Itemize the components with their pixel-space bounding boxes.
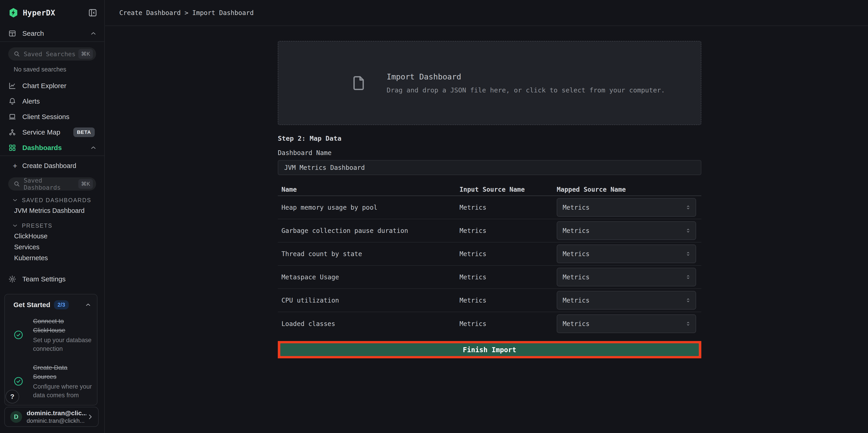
table-row: Garbage collection pause duration Metric… (278, 219, 701, 243)
topbar: Create Dashboard > Import Dashboard (105, 0, 868, 26)
finish-import-highlight: Finish Import (278, 341, 701, 358)
table-row: CPU utilization Metrics Metrics (278, 289, 701, 312)
sidebar-item-label: Alerts (22, 97, 40, 105)
preset-item-kubernetes[interactable]: Kubernetes (0, 252, 104, 264)
saved-dashboards-group[interactable]: SAVED DASHBOARDS (12, 195, 104, 205)
selected-value: Metrics (563, 204, 685, 211)
row-name: Loaded classes (278, 320, 460, 328)
mapped-source-select[interactable]: Metrics (557, 268, 696, 286)
file-icon (350, 72, 367, 94)
sidebar-item-alerts[interactable]: Alerts (0, 94, 104, 109)
table-row: Loaded classes Metrics Metrics (278, 312, 701, 335)
select-chevrons-icon (685, 204, 691, 211)
preset-label: ClickHouse (14, 233, 48, 240)
column-header-name: Name (278, 186, 460, 193)
sidebar-item-dashboards[interactable]: Dashboards (0, 140, 104, 155)
dropzone-subtitle: Drag and drop a JSON file here, or click… (386, 86, 665, 94)
row-name: CPU utilization (278, 297, 460, 304)
chevron-right-icon (86, 413, 94, 421)
dashboard-name-value: JVM Metrics Dashboard (284, 164, 365, 172)
create-dashboard-button[interactable]: + Create Dashboard (0, 158, 104, 173)
select-chevrons-icon (685, 250, 691, 257)
saved-searches-placeholder: Saved Searches (24, 51, 78, 58)
group-label-text: PRESETS (22, 222, 52, 229)
import-dashboard-page: Import Dashboard Drag and drop a JSON fi… (278, 41, 701, 358)
search-section-header[interactable]: Search (0, 26, 104, 41)
app-title: HyperDX (23, 8, 55, 17)
saved-dashboards-placeholder: Saved Dashboards (24, 177, 78, 191)
get-started-item-title: Create Data Sources (33, 364, 67, 380)
group-label-text: SAVED DASHBOARDS (22, 197, 91, 204)
mapped-source-select[interactable]: Metrics (557, 291, 696, 310)
finish-import-button[interactable]: Finish Import (280, 343, 699, 356)
saved-dashboards-input[interactable]: Saved Dashboards ⌘K (8, 177, 96, 190)
breadcrumb: Create Dashboard > Import Dashboard (119, 9, 254, 17)
table-row: Thread count by state Metrics Metrics (278, 243, 701, 266)
mapping-table: Name Input Source Name Mapped Source Nam… (278, 183, 701, 335)
sidebar-item-label: Client Sessions (22, 113, 69, 121)
sidebar-item-label: Chart Explorer (22, 82, 66, 90)
shortcut-badge: ⌘K (78, 49, 93, 59)
presets-group[interactable]: PRESETS (12, 221, 104, 230)
collapse-sidebar-icon[interactable] (88, 8, 97, 18)
saved-searches-input[interactable]: Saved Searches ⌘K (8, 48, 96, 61)
search-icon (13, 180, 21, 188)
row-name: Thread count by state (278, 250, 460, 258)
dashboard-name-input[interactable]: JVM Metrics Dashboard (278, 160, 701, 175)
mapped-source-select[interactable]: Metrics (557, 221, 696, 240)
mapped-source-select[interactable]: Metrics (557, 314, 696, 333)
chevron-down-icon (12, 197, 18, 203)
get-started-title: Get Started (13, 301, 50, 309)
saved-dashboard-item[interactable]: JVM Metrics Dashboard (0, 205, 104, 216)
chevron-down-icon (12, 222, 18, 229)
question-mark-icon: ? (10, 393, 14, 400)
get-started-item-add-data[interactable]: Add Data Start sending logs, metrics, or… (5, 405, 97, 405)
selected-value: Metrics (563, 297, 685, 304)
dashboards-icon (8, 144, 17, 152)
team-settings-button[interactable]: Team Settings (0, 271, 104, 287)
bell-icon (8, 97, 17, 105)
avatar: D (10, 411, 22, 423)
service-map-icon (8, 128, 17, 136)
search-icon (13, 50, 21, 58)
team-settings-label: Team Settings (22, 275, 66, 283)
chevron-up-icon[interactable] (85, 302, 92, 308)
sidebar: HyperDX Search Saved Searches ⌘K (0, 0, 105, 433)
shortcut-badge: ⌘K (78, 179, 93, 189)
chart-explorer-icon (8, 82, 17, 90)
row-input-source: Metrics (460, 204, 557, 211)
preset-item-clickhouse[interactable]: ClickHouse (0, 230, 104, 242)
import-dropzone[interactable]: Import Dashboard Drag and drop a JSON fi… (278, 41, 701, 125)
user-email: dominic.tran@clickh... (27, 417, 86, 424)
search-section-label: Search (22, 30, 44, 37)
select-chevrons-icon (685, 297, 691, 304)
selected-value: Metrics (563, 320, 685, 328)
get-started-item-subtitle: Set up your database connection (33, 336, 92, 353)
column-header-mapped-source: Mapped Source Name (557, 186, 701, 193)
select-chevrons-icon (685, 227, 691, 234)
mapped-source-select[interactable]: Metrics (557, 198, 696, 217)
user-menu[interactable]: D dominic.tran@clic... dominic.tran@clic… (4, 407, 99, 427)
plus-icon: + (13, 161, 17, 170)
dropzone-title: Import Dashboard (386, 72, 665, 81)
preset-item-services[interactable]: Services (0, 242, 104, 252)
sidebar-item-chart-explorer[interactable]: Chart Explorer (0, 78, 104, 94)
create-dashboard-label: Create Dashboard (22, 162, 76, 169)
mapped-source-select[interactable]: Metrics (557, 245, 696, 263)
divider (0, 41, 104, 42)
progress-badge: 2/3 (54, 300, 69, 309)
get-started-item-connect[interactable]: Connect to ClickHouse Set up your databa… (5, 312, 97, 358)
check-circle-icon (13, 330, 28, 340)
table-row: Metaspace Usage Metrics Metrics (278, 266, 701, 289)
search-section-icon (8, 29, 17, 37)
preset-label: Services (14, 243, 39, 251)
selected-value: Metrics (563, 227, 685, 235)
sidebar-item-service-map[interactable]: Service Map BETA (0, 125, 104, 140)
main-area: Create Dashboard > Import Dashboard Impo… (105, 0, 868, 358)
help-button[interactable]: ? (5, 390, 19, 403)
select-chevrons-icon (685, 274, 691, 280)
sidebar-nav: Chart Explorer Alerts Client Sessions (0, 78, 104, 155)
sidebar-item-client-sessions[interactable]: Client Sessions (0, 109, 104, 125)
get-started-panel: Get Started 2/3 Connect to ClickHouse Se… (4, 294, 97, 405)
row-input-source: Metrics (460, 320, 557, 328)
